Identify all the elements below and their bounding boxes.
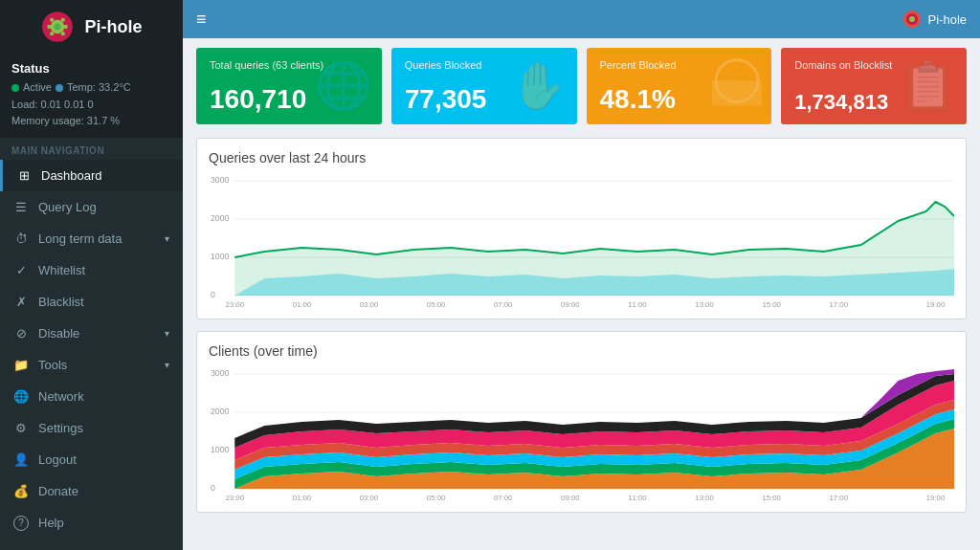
svg-text:05:00: 05:00 (427, 300, 446, 307)
svg-point-6 (64, 25, 68, 29)
hamburger-menu[interactable]: ≡ (196, 10, 207, 30)
sidebar-item-querylog[interactable]: ☰ Query Log (0, 191, 183, 223)
svg-text:15:00: 15:00 (762, 494, 781, 500)
chart-queries-svg: 3000 2000 1000 0 23:00 (209, 173, 954, 307)
svg-text:2000: 2000 (211, 213, 230, 223)
svg-text:17:00: 17:00 (830, 300, 849, 307)
sidebar-item-label: Dashboard (41, 168, 102, 183)
querylog-icon: ☰ (13, 200, 29, 214)
sidebar-item-label: Whitelist (38, 263, 85, 277)
sidebar-item-label: Disable (38, 326, 79, 341)
longterm-icon: ⏱ (13, 231, 29, 246)
sidebar: Pi-hole Status Active Temp: 33.2°C Load:… (0, 0, 183, 550)
status-title: Status (11, 61, 171, 76)
svg-text:11:00: 11:00 (628, 494, 647, 500)
sidebar-item-blacklist[interactable]: ✗ Blacklist (0, 286, 183, 318)
network-icon: 🌐 (13, 389, 29, 404)
svg-text:01:00: 01:00 (293, 494, 312, 500)
sidebar-item-label: Network (38, 389, 84, 404)
svg-text:1000: 1000 (211, 445, 230, 454)
svg-text:05:00: 05:00 (427, 494, 446, 500)
blacklist-icon: ✗ (13, 295, 29, 309)
chart-queries-title: Queries over last 24 hours (209, 150, 954, 165)
svg-text:07:00: 07:00 (494, 494, 513, 500)
svg-text:23:00: 23:00 (226, 300, 245, 307)
sidebar-item-help[interactable]: ? Help (0, 507, 183, 539)
raspi-icon (40, 10, 75, 44)
stat-card-total-queries: Total queries (63 clients) 160,710 🌐 (196, 48, 382, 124)
memory-status: Memory usage: 31.7 % (11, 113, 171, 130)
sidebar-item-donate[interactable]: 💰 Donate (0, 475, 183, 507)
svg-text:13:00: 13:00 (695, 300, 714, 307)
svg-text:07:00: 07:00 (494, 300, 513, 307)
svg-text:09:00: 09:00 (561, 300, 580, 307)
sidebar-item-label: Help (38, 516, 64, 530)
sidebar-item-label: Logout (38, 452, 77, 467)
sidebar-item-label: Tools (38, 358, 67, 372)
stat-icon-hand: ✋ (510, 59, 568, 113)
active-dot (11, 84, 19, 92)
svg-point-3 (51, 18, 55, 22)
stat-card-percent-blocked: Percent Blocked 48.1% (587, 48, 772, 124)
user-info: Pi-hole (903, 11, 967, 28)
load-status: Load: 0.01 0.01 0 (11, 97, 171, 114)
svg-text:19:00: 19:00 (926, 494, 946, 500)
svg-point-4 (61, 18, 65, 22)
chart-queries-container: 3000 2000 1000 0 23:00 (209, 173, 954, 307)
sidebar-item-settings[interactable]: ⚙ Settings (0, 412, 183, 444)
stat-icon-globe: 🌐 (315, 59, 372, 113)
sidebar-item-disable[interactable]: ⊘ Disable ▾ (0, 318, 183, 349)
svg-point-10 (909, 16, 915, 22)
sidebar-item-label: Settings (38, 421, 83, 435)
svg-text:3000: 3000 (211, 368, 230, 378)
app-title: Pi-hole (84, 17, 142, 37)
logout-icon: 👤 (13, 452, 29, 467)
sidebar-header: Pi-hole (0, 0, 183, 54)
stats-row: Total queries (63 clients) 160,710 🌐 Que… (196, 48, 967, 124)
content-area: Total queries (63 clients) 160,710 🌐 Que… (183, 38, 980, 550)
stat-icon-list: 📋 (900, 59, 957, 113)
svg-text:19:00: 19:00 (926, 300, 946, 307)
svg-text:01:00: 01:00 (293, 300, 312, 307)
sidebar-item-tools[interactable]: 📁 Tools ▾ (0, 349, 183, 381)
svg-text:1000: 1000 (211, 252, 230, 261)
svg-text:09:00: 09:00 (561, 494, 580, 500)
dashboard-icon: ⊞ (16, 168, 32, 183)
whitelist-icon: ✓ (13, 263, 29, 277)
svg-point-5 (48, 25, 52, 29)
status-box: Status Active Temp: 33.2°C Load: 0.01 0.… (0, 54, 183, 138)
svg-point-8 (61, 32, 65, 35)
user-avatar (903, 11, 921, 28)
topbar: ≡ Pi-hole (183, 0, 980, 38)
pihole-brand-icon (905, 12, 919, 26)
sidebar-item-network[interactable]: 🌐 Network (0, 381, 183, 412)
sidebar-item-label: Blacklist (38, 295, 84, 309)
svg-text:3000: 3000 (211, 175, 230, 185)
stat-icon-pie (712, 56, 762, 117)
svg-text:11:00: 11:00 (628, 300, 647, 307)
chart-clients-container: 3000 2000 1000 0 (209, 366, 954, 500)
nav-section-label: MAIN NAVIGATION (0, 138, 183, 160)
disable-icon: ⊘ (13, 326, 29, 341)
svg-text:13:00: 13:00 (695, 494, 714, 500)
sidebar-item-label: Query Log (38, 200, 97, 214)
stat-card-queries-blocked: Queries Blocked 77,305 ✋ (391, 48, 577, 124)
chart-clients-title: Clients (over time) (209, 343, 954, 359)
sidebar-item-dashboard[interactable]: ⊞ Dashboard (0, 160, 183, 191)
svg-text:17:00: 17:00 (830, 494, 849, 500)
svg-text:03:00: 03:00 (360, 300, 379, 307)
chart-clients: Clients (over time) 3000 2000 1000 0 (196, 331, 967, 513)
sidebar-item-label: Long term data (38, 231, 122, 246)
sidebar-item-longterm[interactable]: ⏱ Long term data ▾ (0, 223, 183, 254)
help-icon: ? (13, 516, 29, 531)
svg-point-7 (51, 32, 55, 35)
stat-card-domains-blocklist: Domains on Blocklist 1,734,813 📋 (781, 48, 967, 124)
svg-text:0: 0 (211, 483, 215, 493)
chart-queries: Queries over last 24 hours 3000 2000 100… (196, 138, 967, 319)
donate-icon: 💰 (13, 484, 29, 498)
sidebar-item-logout[interactable]: 👤 Logout (0, 444, 183, 475)
temp-dot (56, 84, 63, 92)
svg-point-2 (55, 23, 61, 30)
chevron-down-icon: ▾ (165, 328, 169, 339)
sidebar-item-whitelist[interactable]: ✓ Whitelist (0, 254, 183, 286)
